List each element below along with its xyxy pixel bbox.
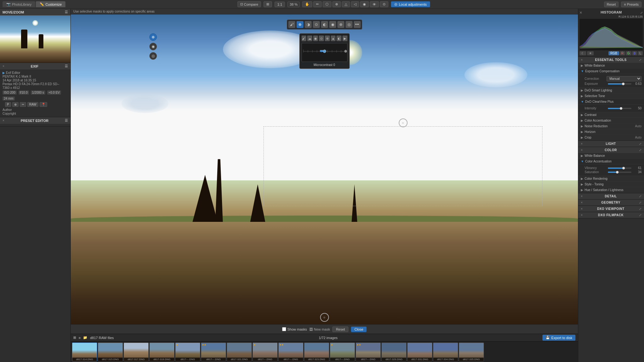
filmstrip-sort-icon[interactable]: ⊞: [73, 336, 76, 340]
film-thumb-2[interactable]: d817-317.DNG: [124, 343, 149, 361]
p-format-button[interactable]: P: [5, 102, 11, 107]
view-options-button[interactable]: ⊞: [264, 1, 272, 7]
film-thumb-0[interactable]: d817-314.DNG: [72, 343, 97, 361]
film-thumb-9[interactable]: d817-323.DNG: [304, 343, 329, 361]
dxo-filmpack-header[interactable]: × DXO FILMPACK ⤢: [578, 212, 644, 218]
filmstrip-filter-icon[interactable]: ≡: [79, 336, 80, 340]
mc-btn-2[interactable]: ☁: [307, 36, 312, 41]
film-thumb-15[interactable]: d817-335.DNG: [459, 343, 484, 361]
film-thumb-10[interactable]: ★d817---.DNG: [330, 343, 355, 361]
white-balance-item[interactable]: ▶ White Balance: [578, 63, 644, 69]
raw-format-button[interactable]: RAW: [27, 102, 38, 107]
mc-btn-5[interactable]: ⊕: [325, 36, 330, 41]
horizon-item[interactable]: ▶ Horizon: [578, 129, 644, 135]
film-thumb-3[interactable]: d817-319.DNG: [149, 343, 175, 361]
film-thumb-5[interactable]: ★★d817---.DNG: [201, 343, 226, 361]
mc-btn-7[interactable]: ◐: [336, 36, 341, 41]
close-histogram-btn[interactable]: ×: [580, 10, 582, 15]
geometry-close[interactable]: ×: [581, 201, 583, 204]
clearview-item[interactable]: ▼ DxO ClearView Plus: [578, 99, 644, 105]
moon-btn[interactable]: ☾: [580, 51, 586, 55]
canvas-area[interactable]: ⊙ 🖌 ⊕ ◑ ⊙ ◐ ◉ ⊗ ◎ ••• 🖌 ☁ ◉: [71, 14, 578, 334]
exposure-comp-item[interactable]: ▼ Exposure Compensation: [578, 69, 644, 74]
tool-button-6[interactable]: ◁: [351, 1, 359, 7]
show-masks-label[interactable]: Show masks: [282, 327, 307, 331]
crop-item[interactable]: ▶ Crop Auto: [578, 135, 644, 140]
film-thumb-12[interactable]: d817-329.DNG: [381, 343, 407, 361]
film-thumb-6[interactable]: d817-321.DNG: [227, 343, 252, 361]
color-wb-item[interactable]: ▶ White Balance: [578, 153, 644, 159]
film-thumb-7[interactable]: ★d817---.DNG: [253, 343, 278, 361]
color-section-header[interactable]: × COLOR ⤢: [578, 147, 644, 153]
mc-btn-3[interactable]: ◉: [313, 36, 318, 41]
mask-btn[interactable]: ⊕: [297, 21, 303, 28]
film-thumb-1[interactable]: d817-315.DNG: [98, 343, 123, 361]
l-channel-btn[interactable]: L: [638, 51, 643, 55]
essential-tools-header[interactable]: × ESSENTIAL TOOLS ⤢: [578, 57, 644, 63]
presets-button[interactable]: ≡ Presets: [621, 2, 641, 7]
move-zoom-header[interactable]: MOVE/ZOOM ☰: [0, 9, 70, 15]
correction-dropdown[interactable]: Manual: [607, 76, 641, 81]
local-adjustments-button[interactable]: ◎ Local adjustments: [391, 1, 430, 7]
tool-button-9[interactable]: ⊙: [380, 1, 388, 7]
tool-button-4[interactable]: ⊕: [332, 1, 341, 7]
tool-button-2[interactable]: ✏: [313, 1, 322, 7]
reset-button[interactable]: Reset: [604, 2, 619, 7]
clone-btn[interactable]: ⊗: [337, 21, 344, 28]
ratio-button[interactable]: 1:1: [275, 2, 285, 7]
filmpack-close[interactable]: ×: [581, 213, 583, 217]
side-icon-eye[interactable]: ◉: [149, 43, 157, 50]
essential-tools-close[interactable]: ×: [581, 58, 583, 62]
side-icon-target[interactable]: ◎: [149, 52, 157, 60]
detail-toggle[interactable]: ⤢: [639, 195, 641, 198]
film-thumb-14[interactable]: d817-334.DNG: [433, 343, 458, 361]
color-btn[interactable]: ◑: [305, 21, 312, 28]
more-btn[interactable]: •••: [354, 21, 361, 28]
light-toggle[interactable]: ⤢: [639, 142, 641, 145]
noise-reduction-item[interactable]: ▶ Noise Reduction Auto: [578, 123, 644, 129]
compare-button[interactable]: ⊡ Compare: [237, 1, 261, 7]
paint-brush-btn[interactable]: 🖌: [288, 21, 295, 28]
sun-btn[interactable]: ☀: [587, 51, 594, 55]
viewpoint-close[interactable]: ×: [581, 207, 583, 211]
light-section-header[interactable]: × LIGHT ⤢: [578, 141, 644, 147]
color-accentuation-expanded-item[interactable]: ▼ Color Accentuation: [578, 159, 644, 164]
hdr-format-button[interactable]: ⊕: [12, 102, 19, 107]
dxo-viewpoint-header[interactable]: × DXO VIEWPOINT ⤢: [578, 206, 644, 212]
r-channel-btn[interactable]: R: [620, 51, 625, 55]
saturation-slider[interactable]: [608, 172, 631, 173]
reset-canvas-button[interactable]: Reset: [332, 326, 348, 332]
auto-mask-btn[interactable]: ⊙: [313, 21, 320, 28]
exif-collapse-icon[interactable]: ×: [3, 64, 4, 68]
film-thumb-13[interactable]: d817-331.DNG: [407, 343, 432, 361]
mc-btn-6[interactable]: ▲: [331, 36, 336, 41]
mc-btn-4[interactable]: ⊙: [319, 36, 324, 41]
tool-button-8[interactable]: 👁: [370, 1, 379, 7]
exposure-slider[interactable]: [608, 83, 631, 85]
color-accentuation-item[interactable]: ▶ Color Accentuation: [578, 118, 644, 123]
light-close[interactable]: ×: [581, 142, 583, 145]
viewpoint-toggle[interactable]: ⤢: [639, 207, 641, 211]
preset-collapse-icon[interactable]: ×: [3, 119, 4, 122]
hsl-item[interactable]: ▶ Hue / Saturation / Lightness: [578, 187, 644, 193]
gps-button[interactable]: 📍: [40, 102, 47, 107]
color-rendering-item[interactable]: ▶ Color Rendering: [578, 176, 644, 182]
tool-button-3[interactable]: ⬡: [323, 1, 331, 7]
film-thumb-8[interactable]: ★★d817---.DNG: [278, 343, 303, 361]
color-toggle[interactable]: ⤢: [639, 148, 641, 152]
exif-header[interactable]: × EXIF ☰: [0, 63, 70, 69]
expand-histogram-btn[interactable]: ⤢: [640, 11, 643, 14]
film-thumb-11[interactable]: ★★d817---.DNG: [356, 343, 381, 361]
filmpack-toggle[interactable]: ⤢: [639, 213, 641, 217]
tab-photolibrary[interactable]: 📷 PhotoLibrary: [3, 1, 35, 7]
gradient-btn[interactable]: ◐: [321, 21, 328, 28]
tool-button-5[interactable]: △: [342, 1, 350, 7]
close-canvas-button[interactable]: Close: [351, 326, 367, 332]
contrast-item[interactable]: ▶ Contrast: [578, 112, 644, 118]
smart-lighting-item[interactable]: ▶ DxO Smart Lighting: [578, 88, 644, 93]
intensity-slider[interactable]: [608, 108, 631, 109]
move-zoom-menu-icon[interactable]: ☰: [65, 10, 68, 14]
film-thumb-4[interactable]: ★d817---.DNG: [175, 343, 200, 361]
tool-button-7[interactable]: ◉: [360, 1, 369, 7]
b-channel-btn[interactable]: B: [632, 51, 637, 55]
